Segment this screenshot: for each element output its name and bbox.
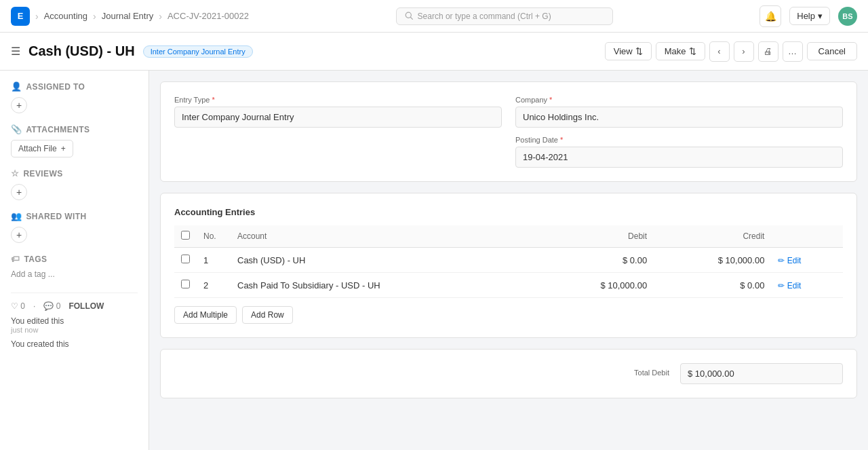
page-header-right: View ⇅ Make ⇅ ‹ › 🖨 … Cancel — [605, 41, 857, 62]
company-label: Company * — [515, 96, 843, 104]
add-tag-link[interactable]: Add a tag ... — [11, 269, 138, 279]
reviews-label: Reviews — [23, 169, 62, 179]
chevron-down-icon: ▾ — [818, 11, 823, 21]
likes-count: 0 — [20, 301, 25, 311]
page-header-left: ☰ Cash (USD) - UH Inter Company Journal … — [11, 43, 253, 59]
assigned-to-add-button[interactable]: + — [11, 97, 27, 113]
view-button[interactable]: View ⇅ — [605, 42, 652, 60]
likes-area: ♡ 0 — [11, 301, 25, 311]
row-edit-1: ✏ Edit — [771, 248, 843, 273]
prev-button[interactable]: ‹ — [709, 41, 730, 62]
main-layout: 👤 Assigned To + 📎 Attachments Attach Fil… — [0, 71, 868, 450]
table-actions: Add Multiple Add Row — [174, 306, 843, 324]
posting-date-label: Posting Date * — [515, 136, 843, 144]
top-nav: E › Accounting › Journal Entry › ACC-JV-… — [0, 0, 868, 33]
help-button[interactable]: Help ▾ — [789, 7, 830, 25]
posting-date-required: * — [560, 136, 563, 144]
svg-line-1 — [410, 18, 412, 20]
row-checkbox-cell — [174, 273, 197, 298]
sidebar: 👤 Assigned To + 📎 Attachments Attach Fil… — [0, 71, 149, 450]
row-edit-2: ✏ Edit — [771, 273, 843, 298]
more-button[interactable]: … — [783, 41, 803, 62]
total-debit-label: Total Debit — [634, 369, 669, 377]
entry-type-badge: Inter Company Journal Entry — [143, 45, 253, 58]
make-button[interactable]: Make ⇅ — [656, 42, 705, 60]
assigned-to-section: 👤 Assigned To + — [11, 81, 138, 113]
col-actions — [771, 225, 843, 248]
totals-card: Total Debit — [160, 349, 857, 398]
entry-type-input[interactable] — [174, 107, 502, 128]
comments-area: 💬 0 — [43, 301, 60, 311]
edit-button-1[interactable]: ✏ Edit — [778, 256, 801, 265]
attachments-label: Attachments — [26, 125, 90, 134]
posting-date-input[interactable] — [515, 147, 843, 168]
search-placeholder: Search or type a command (Ctrl + G) — [418, 12, 551, 21]
activity-you-edited: You edited this just now — [11, 316, 138, 334]
sep2: › — [93, 11, 96, 22]
next-button[interactable]: › — [734, 41, 754, 62]
row-checkbox-1[interactable] — [181, 255, 190, 263]
row-no-2: 2 — [197, 273, 231, 298]
row-checkbox-2[interactable] — [181, 280, 190, 288]
col-credit: Credit — [654, 225, 771, 248]
row-credit-2: $ 0.00 — [654, 273, 771, 298]
entries-table: No. Account Debit Credit 1 Cash (USD) - … — [174, 225, 843, 298]
topnav-right: 🔔 Help ▾ BS — [760, 5, 857, 27]
follow-button[interactable]: FOLLOW — [68, 301, 104, 311]
shared-with-section: 👥 Shared With + — [11, 211, 138, 243]
row-account-1: Cash (USD) - UH — [231, 248, 536, 273]
page-header: ☰ Cash (USD) - UH Inter Company Journal … — [0, 33, 868, 71]
search-bar[interactable]: Search or type a command (Ctrl + G) — [396, 7, 613, 25]
entry-type-required: * — [212, 96, 214, 104]
select-all-checkbox[interactable] — [181, 231, 190, 240]
row-checkbox-cell — [174, 248, 197, 273]
total-debit-input — [680, 363, 843, 384]
attachments-icon: 📎 — [11, 124, 22, 134]
entry-type-group: Entry Type * — [174, 96, 502, 168]
tags-section: 🏷 Tags Add a tag ... — [11, 254, 138, 279]
breadcrumb-area: E › Accounting › Journal Entry › ACC-JV-… — [11, 7, 249, 26]
add-row-button[interactable]: Add Row — [242, 306, 293, 324]
avatar[interactable]: BS — [838, 7, 857, 26]
crumb-accounting[interactable]: Accounting — [44, 11, 87, 21]
row-credit-1: $ 10,000.00 — [654, 248, 771, 273]
comment-icon: 💬 — [43, 301, 54, 311]
search-area: Search or type a command (Ctrl + G) — [249, 7, 760, 25]
make-chevron-icon: ⇅ — [689, 46, 696, 56]
row-no-1: 1 — [197, 248, 231, 273]
form-card: Entry Type * Company * Posting Date * — [160, 81, 857, 182]
main-content: Entry Type * Company * Posting Date * — [149, 71, 868, 450]
attach-file-label: Attach File — [18, 144, 57, 153]
app-icon[interactable]: E — [11, 7, 30, 26]
accounting-entries-card: Accounting Entries No. Account Debit Cre… — [160, 193, 857, 338]
edit-button-2[interactable]: ✏ Edit — [778, 281, 801, 290]
notifications-button[interactable]: 🔔 — [760, 5, 781, 27]
comment-sep: · — [33, 301, 35, 311]
reviews-add-button[interactable]: + — [11, 184, 27, 200]
add-multiple-button[interactable]: Add Multiple — [174, 306, 237, 324]
sep3: › — [159, 11, 162, 22]
crumb-journal-entry[interactable]: Journal Entry — [102, 11, 154, 21]
attach-plus-icon: + — [61, 144, 66, 153]
cancel-button[interactable]: Cancel — [807, 42, 857, 60]
print-button[interactable]: 🖨 — [758, 41, 778, 62]
col-checkbox — [174, 225, 197, 248]
col-debit: Debit — [536, 225, 654, 248]
hamburger-icon[interactable]: ☰ — [11, 45, 20, 58]
assigned-to-label: Assigned To — [26, 82, 85, 92]
activity-text-2: You created this — [11, 339, 138, 349]
company-required: * — [549, 96, 552, 104]
attach-file-button[interactable]: Attach File + — [11, 140, 73, 157]
reviews-icon: ☆ — [11, 168, 19, 179]
col-no: No. — [197, 225, 231, 248]
attachments-section: 📎 Attachments Attach File + — [11, 124, 138, 157]
page-title: Cash (USD) - UH — [28, 43, 135, 59]
company-input[interactable] — [515, 107, 843, 128]
sep1: › — [35, 11, 39, 22]
activity-time-1: just now — [11, 326, 138, 334]
shared-with-add-button[interactable]: + — [11, 227, 27, 243]
shared-with-icon: 👥 — [11, 211, 22, 221]
activity-text-1: You edited this — [11, 316, 138, 326]
shared-with-label: Shared With — [26, 212, 86, 221]
entry-type-label: Entry Type * — [174, 96, 502, 104]
